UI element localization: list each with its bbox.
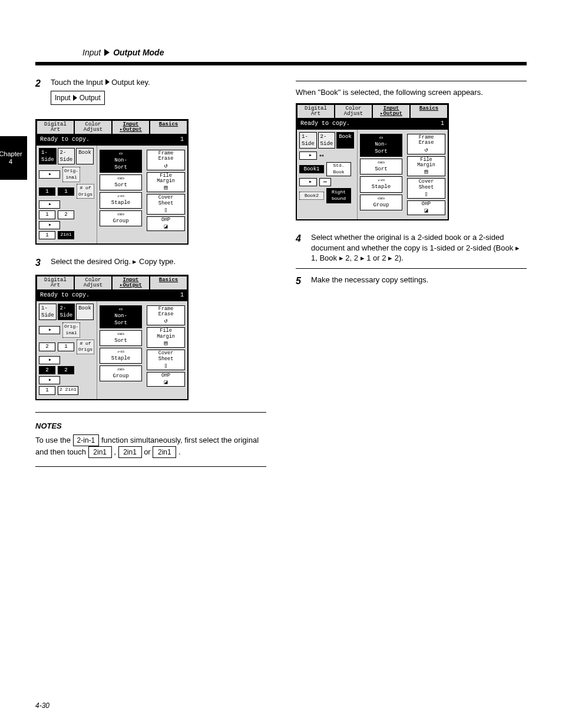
step-5: 5 Make the necessary copy settings. <box>296 275 527 288</box>
option-row[interactable]: Orig- inal <box>39 322 94 338</box>
option-row[interactable]: Book2 Right bound <box>299 188 355 203</box>
btn-nonsort[interactable]: ▭Non- Sort <box>360 134 402 157</box>
btn-staple[interactable]: ⌐▭Staple <box>100 192 142 208</box>
btn-file-margin[interactable]: File Margin▤ <box>147 172 185 193</box>
step-3-num: 3 <box>35 256 45 269</box>
subtab-1side[interactable]: 1- Side <box>39 304 57 320</box>
btn-book1[interactable]: Book1 <box>299 165 324 173</box>
option-row[interactable] <box>39 221 94 229</box>
tab-input-output[interactable]: Input ▸Output <box>112 120 150 134</box>
subtab-book[interactable]: Book <box>76 304 94 320</box>
option-row[interactable]: 2 1 # of Origs <box>39 340 94 355</box>
tab-color-adjust[interactable]: Color Adjust <box>74 120 112 134</box>
tab-digital-art[interactable]: Digital Art <box>37 120 74 134</box>
step-4: 4 Select whether the original is a 2-sid… <box>296 232 527 263</box>
step-2: 2 Touch the Input Output key. Input Outp… <box>35 77 266 114</box>
btn-book2[interactable]: Book2 <box>299 192 324 200</box>
btn-frame-erase[interactable]: Frame Erase↺ <box>147 305 185 326</box>
subtab-2side[interactable]: 2- Side <box>318 132 336 149</box>
key-2in1[interactable]: 2-in-1 <box>73 434 100 446</box>
subtab-2side[interactable]: 2- Side <box>58 148 75 164</box>
step-3: 3 Select the desired Orig. ▸ Copy type. <box>35 256 266 269</box>
btn-ohp[interactable]: OHP◪ <box>147 216 185 231</box>
orig-copy-icon <box>39 326 60 334</box>
btn-staple[interactable]: ⌐▭Staple <box>100 348 142 364</box>
btn-nonsort[interactable]: ▭Non- Sort <box>100 150 142 173</box>
right-intro: When "Book" is selected, the following s… <box>296 87 527 98</box>
btn-group[interactable]: ▭▭Group <box>360 195 402 210</box>
btn-cover-sheet[interactable]: Cover Sheet▯ <box>407 178 445 199</box>
option-row[interactable]: ↦ <box>299 178 355 186</box>
arrow-right-boxed-icon: ↦ <box>319 178 331 186</box>
step-5-num: 5 <box>296 275 305 288</box>
btn-sort[interactable]: ▭▭Sort <box>360 159 402 174</box>
step-4-num: 4 <box>296 232 305 263</box>
tab-basics[interactable]: Basics <box>150 276 187 289</box>
btn-frame-erase[interactable]: Frame Erase↺ <box>147 150 185 170</box>
option-row[interactable]: 1 2 2in1 <box>39 386 94 394</box>
copier-panel-2: Digital Art Color Adjust Input ▸Output B… <box>35 275 189 400</box>
btn-file-margin[interactable]: File Margin▤ <box>147 327 185 348</box>
btn-staple[interactable]: ⌐▭Staple <box>360 176 402 192</box>
option-row[interactable]: 1 2in1 <box>39 231 94 239</box>
tab-digital-art[interactable]: Digital Art <box>37 276 74 289</box>
btn-cover-sheet[interactable]: Cover Sheet▯ <box>147 350 185 370</box>
orig-copy-icon <box>39 221 60 229</box>
key-2in1[interactable]: 2in1 <box>118 446 142 458</box>
panel-status: Ready to copy. 1 <box>37 134 187 146</box>
orig-copy-icon <box>39 200 60 209</box>
tab-input-output[interactable]: Input ▸Output <box>372 104 410 118</box>
option-row[interactable]: 2 2 <box>39 366 94 374</box>
subtab-2side[interactable]: 2- Side <box>58 304 75 320</box>
tab-basics[interactable]: Basics <box>410 104 448 118</box>
page-header: Input Output Mode <box>82 47 527 58</box>
option-row[interactable] <box>39 356 94 364</box>
option-row[interactable] <box>39 376 94 384</box>
btn-std-book[interactable]: Std. Book <box>326 162 351 176</box>
subtab-book[interactable]: Book <box>76 148 94 164</box>
step-2-key: Output <box>111 78 134 87</box>
original-badge: Orig- inal <box>62 322 80 338</box>
btn-frame-erase[interactable]: Frame Erase↺ <box>407 134 445 154</box>
btn-file-margin[interactable]: File Margin▤ <box>407 156 445 177</box>
btn-ohp[interactable]: OHP◪ <box>407 200 445 215</box>
subtab-book[interactable]: Book <box>336 132 354 149</box>
subtab-1side[interactable]: 1- Side <box>299 132 317 149</box>
orig-copy-icon <box>39 170 60 179</box>
tab-basics[interactable]: Basics <box>150 120 187 134</box>
notes-heading: NOTES <box>35 421 266 431</box>
btn-ohp[interactable]: OHP◪ <box>147 372 185 387</box>
tab-digital-art[interactable]: Digital Art <box>297 104 335 118</box>
input-output-key[interactable]: Input Output <box>51 91 105 105</box>
key-2in1[interactable]: 2in1 <box>88 446 112 458</box>
note-rule-bottom <box>35 466 266 467</box>
btn-cover-sheet[interactable]: Cover Sheet▯ <box>147 194 185 215</box>
arrow-right-icon <box>104 49 110 56</box>
tab-color-adjust[interactable]: Color Adjust <box>74 276 112 289</box>
tab-input-output[interactable]: Input ▸Output <box>112 276 150 289</box>
tab-color-adjust[interactable]: Color Adjust <box>335 104 372 118</box>
option-row[interactable]: ↤ <box>299 151 355 160</box>
subtab-1side[interactable]: 1- Side <box>39 148 57 164</box>
arrow-right-icon <box>105 79 110 85</box>
key-2in1[interactable]: 2in1 <box>153 446 176 458</box>
option-row[interactable]: Orig- inal <box>39 167 94 182</box>
btn-group[interactable]: ▭▭Group <box>100 210 142 226</box>
header-rule <box>35 62 527 65</box>
option-row[interactable]: 1 2 <box>39 210 94 219</box>
option-row[interactable]: 1 1 # of Origs <box>39 184 94 199</box>
option-row[interactable] <box>39 200 94 209</box>
step-2-text: Touch the <box>51 78 84 87</box>
copier-panel-1: Digital Art Color Adjust Input ▸Output B… <box>35 119 189 244</box>
original-badge: Orig- inal <box>62 167 80 182</box>
btn-group[interactable]: ▭▭Group <box>100 365 142 381</box>
btn-sort[interactable]: ▭▭Sort <box>100 330 142 346</box>
btn-nonsort[interactable]: ▭Non- Sort <box>100 305 142 328</box>
step-2-keyprefix: Input <box>86 78 103 87</box>
option-row[interactable]: Book1 Std. Book <box>299 162 355 176</box>
btn-sort[interactable]: ▭▭Sort <box>100 174 142 190</box>
btn-right-bound[interactable]: Right bound <box>326 188 351 203</box>
book-icon <box>299 151 317 160</box>
book-icon <box>299 178 317 186</box>
note-1: To use the 2-in-1 function simulta­neous… <box>35 434 266 458</box>
